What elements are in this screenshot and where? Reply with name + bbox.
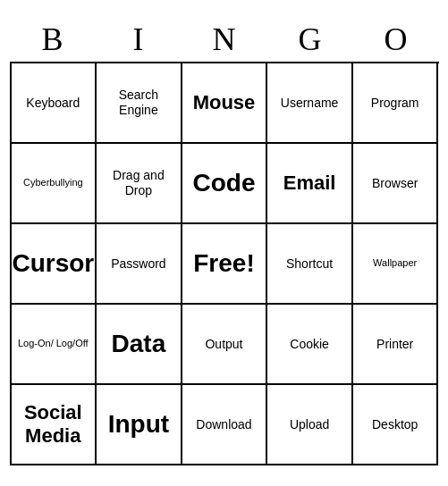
header-letter-N: N [182, 21, 267, 58]
bingo-cell-3-0: Log-On/ Log/Off [12, 305, 97, 385]
bingo-cell-1-4: Browser [353, 144, 439, 224]
cell-text-0-0: Keyboard [26, 96, 80, 111]
bingo-cell-1-1: Drag and Drop [97, 144, 182, 224]
cell-text-1-0: Cyberbullying [23, 177, 83, 189]
cell-text-3-4: Printer [376, 337, 413, 352]
bingo-cell-4-3: Upload [267, 385, 353, 465]
bingo-row-4: Social MediaInputDownloadUploadDesktop [12, 385, 439, 465]
cell-text-0-2: Mouse [193, 91, 256, 114]
bingo-cell-2-4: Wallpaper [353, 224, 439, 305]
bingo-cell-4-1: Input [97, 385, 182, 465]
cell-text-2-0: Cursor [12, 248, 94, 279]
bingo-cell-2-3: Shortcut [267, 224, 353, 305]
cell-text-0-1: Search Engine [100, 88, 177, 118]
cell-text-3-2: Output [205, 337, 242, 352]
cell-text-2-2: Free! [193, 249, 254, 278]
cell-text-3-0: Log-On/ Log/Off [18, 338, 89, 349]
bingo-row-2: CursorPasswordFree!ShortcutWallpaper [12, 224, 439, 305]
bingo-cell-0-1: Search Engine [97, 63, 182, 144]
cell-text-4-0: Social Media [15, 401, 92, 448]
bingo-row-1: CyberbullyingDrag and DropCodeEmailBrows… [12, 144, 439, 224]
cell-text-0-3: Username [281, 96, 339, 111]
bingo-cell-2-2: Free! [182, 224, 268, 305]
bingo-cell-1-3: Email [267, 144, 353, 224]
cell-text-2-4: Wallpaper [373, 257, 417, 269]
bingo-cell-1-2: Code [182, 144, 268, 224]
cell-text-2-3: Shortcut [286, 256, 333, 272]
header-letter-B: B [10, 21, 96, 58]
bingo-cell-4-4: Desktop [353, 385, 439, 465]
header-letter-O: O [353, 21, 439, 58]
bingo-cell-4-0: Social Media [12, 385, 97, 465]
bingo-cell-3-2: Output [182, 305, 268, 385]
bingo-cell-0-0: Keyboard [12, 63, 97, 144]
cell-text-1-4: Browser [372, 176, 418, 191]
cell-text-1-2: Code [192, 168, 255, 198]
bingo-cell-1-0: Cyberbullying [12, 144, 97, 224]
cell-text-1-3: Email [283, 172, 336, 195]
cell-text-3-1: Data [112, 329, 166, 359]
cell-text-4-4: Desktop [372, 417, 418, 432]
header-letter-I: I [96, 21, 182, 58]
bingo-cell-2-0: Cursor [12, 224, 97, 305]
cell-text-2-1: Password [111, 256, 165, 272]
bingo-cell-3-1: Data [97, 305, 182, 385]
bingo-cell-3-3: Cookie [267, 305, 353, 385]
cell-text-4-2: Download [196, 417, 251, 432]
cell-text-0-4: Program [371, 96, 419, 111]
bingo-row-0: KeyboardSearch EngineMouseUsernameProgra… [12, 63, 439, 144]
cell-text-1-1: Drag and Drop [100, 168, 177, 198]
bingo-grid: KeyboardSearch EngineMouseUsernameProgra… [10, 62, 439, 465]
bingo-cell-0-4: Program [353, 63, 439, 144]
bingo-row-3: Log-On/ Log/OffDataOutputCookiePrinter [12, 305, 439, 385]
cell-text-3-3: Cookie [290, 337, 329, 352]
bingo-cell-4-2: Download [182, 385, 268, 465]
bingo-header: BINGO [10, 21, 439, 58]
bingo-card: BINGO KeyboardSearch EngineMouseUsername… [10, 21, 439, 465]
bingo-cell-0-2: Mouse [182, 63, 268, 144]
cell-text-4-3: Upload [290, 417, 329, 432]
bingo-cell-0-3: Username [267, 63, 353, 144]
bingo-cell-2-1: Password [97, 224, 182, 305]
bingo-cell-3-4: Printer [353, 305, 439, 385]
header-letter-G: G [267, 21, 353, 58]
cell-text-4-1: Input [108, 409, 169, 440]
